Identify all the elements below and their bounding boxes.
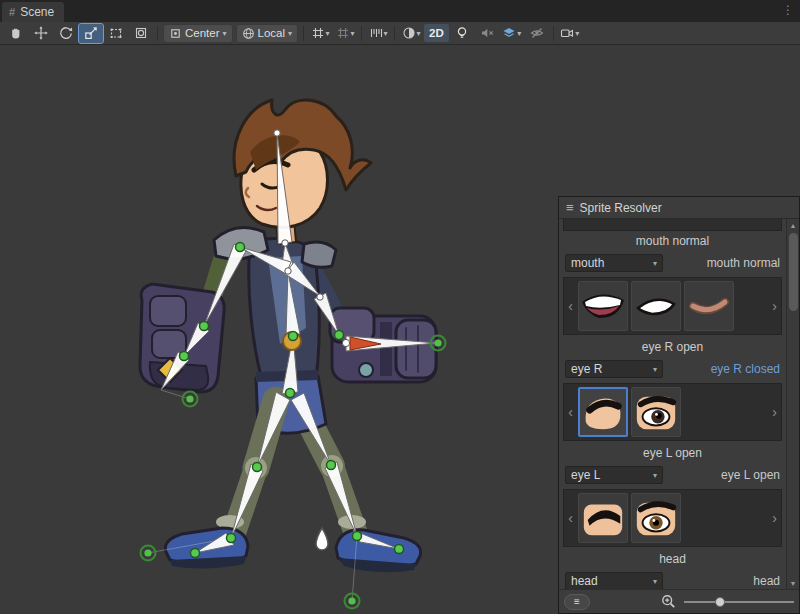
mouth-closed-sprite [632, 282, 680, 330]
panel-scrollbar[interactable]: ▲ ▼ [786, 219, 799, 589]
scene-toolbar: Center ▾ Local ▾ ▾ ▾ [0, 22, 800, 45]
scroll-left-icon[interactable]: ‹ [566, 404, 575, 420]
grid-snap-button[interactable]: ▾ [333, 24, 357, 43]
scene-lighting-button[interactable] [450, 24, 474, 43]
eye-l-sprite-strip: ‹ [563, 489, 782, 547]
mouth-dropdown-label: mouth [571, 256, 653, 270]
mouth-current-value: mouth normal [669, 256, 780, 270]
mouth-smile-sprite [685, 282, 733, 330]
head-current-value: head [669, 574, 780, 588]
transform-icon [134, 26, 148, 40]
thumbnail-zoom-slider[interactable] [684, 596, 794, 608]
effects-dropdown[interactable]: ▾ [500, 24, 524, 43]
grid-visibility-button[interactable]: ▾ [308, 24, 332, 43]
eye-r-dropdown-label: eye R [571, 362, 653, 376]
teardrop-bone-marker[interactable] [316, 528, 328, 550]
mouth-sprite-thumb[interactable] [684, 281, 734, 331]
toggle-2d-button[interactable]: 2D [424, 24, 449, 42]
transform-tool-button[interactable] [129, 24, 153, 43]
hidden-objects-button[interactable] [525, 24, 549, 43]
section-heading-head: head [559, 549, 786, 569]
chevron-down-icon: ▾ [288, 29, 292, 38]
visibility-menu-button[interactable]: ≡ [564, 594, 590, 610]
chevron-down-icon: ▾ [351, 29, 355, 38]
scrollbar-thumb[interactable] [789, 233, 798, 311]
section-heading-mouth: mouth normal [559, 231, 786, 251]
section-heading-eye-l: eye L open [559, 443, 786, 463]
tab-scene[interactable]: # Scene [2, 2, 64, 22]
eye-r-open-sprite [633, 389, 679, 435]
scale-icon [84, 26, 98, 40]
rect-tool-icon [109, 26, 123, 40]
orientation-dropdown[interactable]: Local ▾ [236, 24, 299, 43]
eye-r-sprite-thumb[interactable] [631, 387, 681, 437]
scroll-left-icon[interactable]: ‹ [566, 298, 575, 314]
rotate-tool-button[interactable] [54, 24, 78, 43]
toolbar-separator [303, 26, 304, 41]
eye-r-sprite-thumb-selected[interactable] [578, 387, 628, 437]
head-category-dropdown[interactable]: head ▾ [565, 572, 663, 589]
eye-l-sprite-thumb[interactable] [631, 493, 681, 543]
rect-tool-button[interactable] [104, 24, 128, 43]
scene-grid-icon: # [9, 6, 15, 18]
scrollbar-up-icon[interactable]: ▲ [790, 219, 797, 231]
tab-bar: # Scene ⋮ [0, 0, 800, 22]
grid-icon [311, 26, 325, 40]
move-icon [34, 26, 48, 40]
scroll-left-icon[interactable]: ‹ [566, 510, 575, 526]
chevron-down-icon: ▾ [223, 29, 227, 38]
effects-icon [502, 26, 516, 40]
eye-l-closed-sprite [580, 495, 626, 541]
chevron-down-icon: ▾ [653, 577, 657, 586]
pivot-icon [169, 27, 182, 40]
scroll-right-icon[interactable]: › [770, 404, 779, 420]
eye-crossed-icon [530, 26, 544, 40]
lightbulb-icon [455, 26, 469, 40]
audio-muted-icon [480, 26, 494, 40]
chevron-down-icon: ▾ [653, 471, 657, 480]
eye-r-current-value[interactable]: eye R closed [669, 362, 780, 376]
toolbar-separator [553, 26, 554, 41]
scale-tool-button[interactable] [79, 24, 103, 43]
toggle-2d-label: 2D [429, 27, 444, 39]
tab-scene-label: Scene [20, 5, 54, 19]
slider-track[interactable] [684, 601, 794, 603]
eye-r-category-dropdown[interactable]: eye R ▾ [565, 360, 663, 378]
slider-knob[interactable] [715, 597, 725, 607]
scrollbar-down-icon[interactable]: ▼ [790, 577, 797, 589]
hand-tool-button[interactable] [4, 24, 28, 43]
ruler-icon [369, 26, 383, 40]
scroll-right-icon[interactable]: › [770, 510, 779, 526]
sprite-resolver-header[interactable]: ≡ Sprite Resolver [559, 197, 799, 219]
scroll-right-icon[interactable]: › [770, 298, 779, 314]
scene-audio-button[interactable] [475, 24, 499, 43]
mouth-category-dropdown[interactable]: mouth ▾ [565, 254, 663, 272]
mouth-sprite-thumb[interactable] [631, 281, 681, 331]
scene-viewport[interactable]: ≡ Sprite Resolver mouth normal mouth ▾ m… [0, 45, 800, 614]
eye-l-current-value: eye L open [669, 468, 780, 482]
move-tool-button[interactable] [29, 24, 53, 43]
shaded-mode-icon [402, 26, 416, 40]
mouth-sprite-thumb[interactable] [578, 281, 628, 331]
measure-tool-button[interactable]: ▾ [366, 24, 390, 43]
tab-bar-menu-icon[interactable]: ⋮ [782, 3, 794, 17]
sprite-resolver-footer: ≡ [559, 589, 799, 613]
pivot-mode-label: Center [185, 27, 220, 39]
eye-l-sprite-thumb[interactable] [578, 493, 628, 543]
eye-l-category-dropdown[interactable]: eye L ▾ [565, 466, 663, 484]
camera-settings-dropdown[interactable]: ▾ [558, 24, 582, 43]
hamburger-icon: ≡ [566, 201, 574, 214]
eye-r-closed-sprite [580, 389, 626, 435]
zoom-icon [661, 594, 676, 609]
toolbar-separator [394, 26, 395, 41]
hand-icon [9, 26, 23, 40]
chevron-down-icon: ▾ [517, 29, 521, 38]
mouth-sprite-strip: ‹ [563, 277, 782, 335]
chevron-down-icon: ▾ [575, 29, 579, 38]
globe-icon [242, 27, 255, 40]
chevron-down-icon: ▾ [653, 259, 657, 268]
draw-mode-dropdown[interactable]: ▾ [399, 24, 423, 43]
chevron-down-icon: ▾ [653, 365, 657, 374]
chevron-down-icon: ▾ [417, 29, 421, 38]
pivot-mode-dropdown[interactable]: Center ▾ [163, 24, 233, 43]
